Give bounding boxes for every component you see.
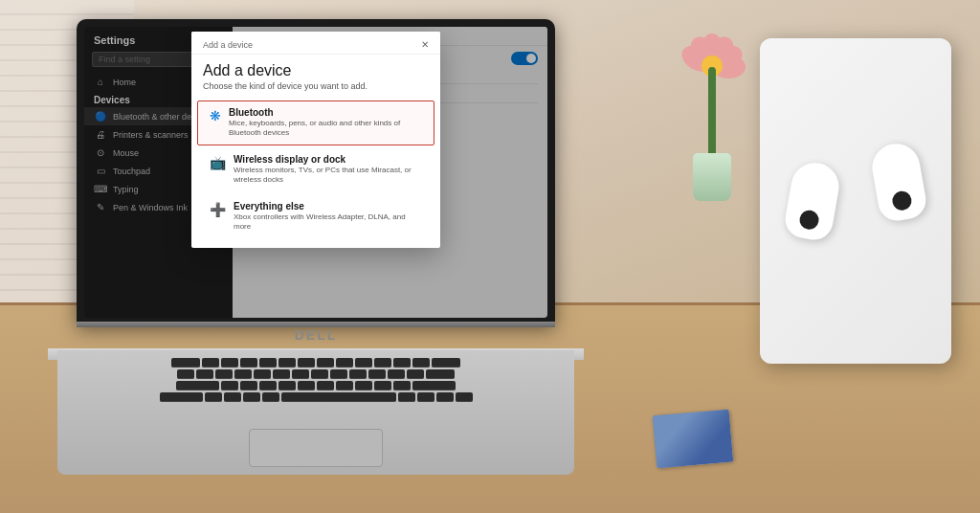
add-device-option-other[interactable]: ➕ Everything else Xbox controllers with … [233, 194, 434, 239]
kb-key [436, 392, 454, 402]
kb-key [417, 392, 434, 402]
kb-key [330, 369, 347, 379]
kb-key [426, 369, 455, 379]
kb-key [243, 392, 260, 402]
kb-key [221, 358, 238, 368]
kb-key [456, 392, 473, 402]
kb-key [278, 381, 296, 390]
kb-key [407, 369, 424, 379]
kb-key [432, 358, 460, 368]
kb-key [349, 369, 367, 379]
kb-key [215, 369, 233, 379]
table-card [653, 410, 733, 469]
kb-key [240, 358, 257, 368]
kb-key [240, 381, 257, 390]
bluetooth-option-desc: Mice, keyboards, pens, or audio and othe… [233, 119, 422, 139]
dell-logo: DELL [295, 327, 338, 343]
kb-key [224, 392, 241, 402]
kb-key [171, 358, 200, 368]
wireless-option-content: Wireless display or dock Wireless monito… [234, 154, 422, 186]
kb-key [254, 369, 271, 379]
kb-key [393, 381, 411, 390]
kb-key [393, 358, 411, 368]
kb-key [412, 358, 430, 368]
airpod-left [782, 159, 842, 242]
kb-key [355, 381, 372, 390]
keyboard-wrapper [72, 358, 560, 404]
other-option-content: Everything else Xbox controllers with Wi… [234, 201, 422, 233]
laptop: Settings 🔍 ⌂ Home Devices 🔵 Bluetooth & … [48, 19, 603, 479]
kb-key [273, 369, 290, 379]
kb-spacebar [281, 392, 396, 402]
airpods-box [760, 38, 951, 364]
kb-key [160, 392, 203, 402]
laptop-hinge [77, 322, 555, 327]
bluetooth-option-title: Bluetooth [233, 107, 422, 118]
add-device-option-bluetooth[interactable]: ❋ Bluetooth Mice, keyboards, pens, or au… [233, 100, 434, 145]
kb-key [368, 369, 386, 379]
kb-key [259, 358, 277, 368]
kb-key [355, 358, 372, 368]
settings-main: Bl... Bluetooth Now discoverable as Mo..… [233, 27, 547, 318]
modal-title-text: Add a device [233, 40, 253, 50]
kb-key [278, 358, 296, 368]
kb-key [298, 358, 315, 368]
kb-key [317, 381, 334, 390]
kb-key [412, 381, 456, 390]
kb-key [317, 358, 334, 368]
flower-vase [674, 29, 750, 201]
kb-key [336, 358, 353, 368]
kb-key [221, 381, 238, 390]
kb-key [292, 369, 309, 379]
other-option-title: Everything else [234, 201, 422, 212]
kb-key [262, 392, 279, 402]
kb-key [388, 369, 405, 379]
laptop-screen: Settings 🔍 ⌂ Home Devices 🔵 Bluetooth & … [77, 19, 555, 325]
wireless-option-desc: Wireless monitors, TVs, or PCs that use … [234, 166, 422, 186]
bluetooth-option-content: Bluetooth Mice, keyboards, pens, or audi… [233, 107, 422, 139]
kb-key [205, 392, 222, 402]
kb-key [196, 369, 213, 379]
kb-key [234, 369, 252, 379]
add-device-modal[interactable]: Add a device ✕ Add a device Choose the k… [233, 32, 440, 248]
laptop-screen-content: Settings 🔍 ⌂ Home Devices 🔵 Bluetooth & … [84, 27, 547, 318]
airpod-right [868, 140, 928, 223]
kb-key [177, 369, 194, 379]
modal-subtitle: Choose the kind of device you want to ad… [233, 81, 440, 99]
wireless-option-title: Wireless display or dock [234, 154, 422, 165]
kb-key [374, 381, 391, 390]
laptop-keyboard-area [57, 350, 574, 475]
kb-key [336, 381, 353, 390]
kb-key [298, 381, 315, 390]
modal-overlay: Add a device ✕ Add a device Choose the k… [233, 27, 547, 318]
modal-close-button[interactable]: ✕ [421, 39, 429, 50]
kb-key [176, 381, 219, 390]
airpods-illustration [779, 105, 932, 297]
table-card-inner [653, 410, 733, 469]
modal-title-bar: Add a device ✕ [233, 32, 440, 55]
kb-key [259, 381, 277, 390]
kb-key [374, 358, 391, 368]
kb-key [311, 369, 328, 379]
add-device-option-wireless[interactable]: 📺 Wireless display or dock Wireless moni… [233, 147, 434, 192]
other-option-desc: Xbox controllers with Wireless Adapter, … [234, 212, 422, 233]
kb-key [202, 358, 219, 368]
touchpad[interactable] [249, 429, 383, 467]
modal-heading: Add a device [233, 55, 440, 81]
kb-key [398, 392, 415, 402]
